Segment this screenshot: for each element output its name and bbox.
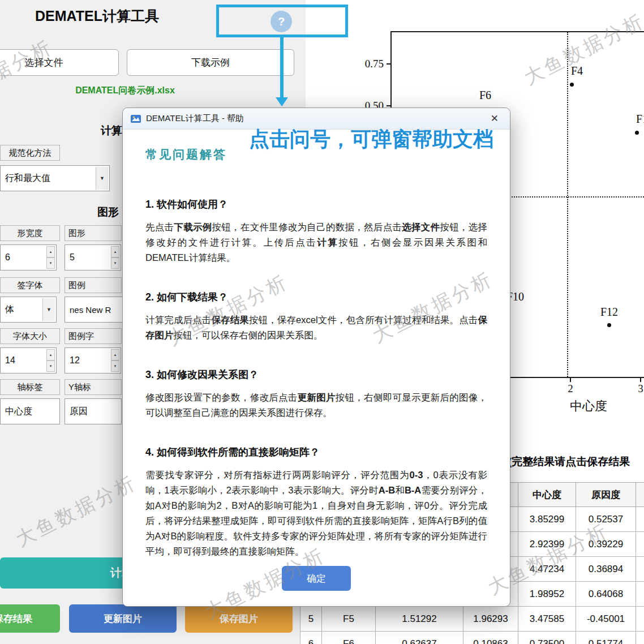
select-file-button[interactable]: 选择文件 bbox=[0, 49, 119, 76]
spinner-down-icon: ▼ bbox=[46, 257, 55, 269]
results-cell: 6 bbox=[300, 632, 322, 644]
faq-question: 1. 软件如何使用？ bbox=[145, 198, 487, 211]
point-label: F4 bbox=[571, 65, 583, 78]
faq-answer: 需要找专家评分，对所有指标进行两两影响评分，评分范围为0-3，0表示没有影响，1… bbox=[145, 467, 487, 559]
results-header-cell: 原因度 bbox=[576, 483, 636, 507]
figure-height-value: 5 bbox=[70, 252, 75, 263]
results-header-cell bbox=[636, 483, 644, 507]
legend-fontsize-value: 12 bbox=[70, 355, 80, 366]
ok-button[interactable]: 确定 bbox=[282, 566, 351, 591]
section-graph-settings: 图形 bbox=[97, 205, 119, 220]
figure-width-spinbox[interactable]: 6 ▲▼ bbox=[0, 244, 57, 271]
results-title: (完整结果请点击保存结果 bbox=[508, 454, 630, 469]
axis-tick bbox=[640, 378, 641, 382]
highlight-box bbox=[216, 5, 348, 37]
label-font-label: 签字体 bbox=[0, 277, 60, 293]
results-cell: 0.10863 bbox=[463, 632, 518, 644]
dropdown-arrow-icon[interactable]: ▼ bbox=[42, 298, 55, 321]
dialog-body: 常见问题解答 1. 软件如何使用？ 先点击下载示例按钮，在文件里修改为自己的数据… bbox=[123, 147, 510, 591]
normalize-method-label: 规范化方法 bbox=[0, 145, 60, 161]
results-cell: 4.47234 bbox=[518, 557, 576, 582]
annotation-text: 点击问号，可弹窗帮助文档 bbox=[249, 126, 493, 153]
normalize-method-value: 行和最大值 bbox=[5, 173, 50, 184]
update-image-button[interactable]: 更新图片 bbox=[69, 604, 177, 633]
legend-font-label: 图例 bbox=[65, 277, 122, 293]
data-point bbox=[607, 323, 611, 327]
results-cell: 2.92399 bbox=[518, 532, 576, 557]
data-point bbox=[570, 83, 574, 87]
x-tick-label: 3 bbox=[635, 383, 644, 395]
results-cell: 5 bbox=[300, 607, 322, 632]
download-example-button[interactable]: 下载示例 bbox=[127, 49, 294, 76]
results-cell: 3.47585 bbox=[518, 607, 576, 632]
results-cell: 0.51774 bbox=[576, 632, 636, 644]
faq-answer: 计算完成后点击保存结果按钮，保存excel文件，包含所有计算过程和结果。点击保存… bbox=[145, 312, 487, 343]
uploaded-filename: DEMATEL问卷示例.xlsx bbox=[54, 85, 196, 97]
results-cell: 0.73500 bbox=[518, 632, 576, 644]
x-axis-title: 中心度 bbox=[548, 398, 629, 415]
label-font-combobox[interactable]: 体 ▼ bbox=[0, 297, 57, 323]
results-cell: 1.51292 bbox=[376, 607, 463, 632]
spinner-down-icon: ▼ bbox=[111, 257, 119, 269]
faq-item: 2. 如何下载结果？ 计算完成后点击保存结果按钮，保存excel文件，包含所有计… bbox=[145, 290, 487, 343]
save-result-button[interactable]: 保存结果 bbox=[0, 604, 60, 633]
spinner[interactable]: ▲▼ bbox=[111, 246, 119, 269]
dropdown-arrow-icon[interactable]: ▼ bbox=[96, 167, 108, 190]
faq-answer: 修改图形设置下的参数，修改后点击更新图片按钮，右侧即可显示更新后的图像，可以调整… bbox=[145, 390, 487, 420]
y-axis-label-input[interactable]: 原因 bbox=[65, 398, 122, 424]
spinner-up-icon: ▲ bbox=[111, 246, 119, 257]
annotation-arrow-head-icon bbox=[276, 97, 288, 106]
figure-width-value: 6 bbox=[5, 252, 10, 263]
y-tick-label: 0.75 bbox=[358, 58, 384, 70]
figure-height-spinbox[interactable]: 5 ▲▼ bbox=[65, 244, 121, 271]
axis-tick bbox=[387, 105, 390, 106]
results-cell: 0.39229 bbox=[576, 532, 636, 557]
save-image-button[interactable]: 保存图片 bbox=[185, 604, 293, 633]
axis-tick bbox=[570, 378, 571, 382]
faq-question: 4. 如何得到软件所需的直接影响矩阵？ bbox=[145, 445, 487, 459]
results-cell: 0.36894 bbox=[576, 557, 636, 582]
normalize-method-combobox[interactable]: 行和最大值 ▼ bbox=[0, 165, 110, 191]
spinner-up-icon: ▲ bbox=[111, 349, 119, 360]
results-cell bbox=[636, 557, 644, 582]
legend-fontsize-spinbox[interactable]: 12 ▲▼ bbox=[65, 347, 121, 373]
x-axis-label-input[interactable]: 中心度 bbox=[0, 398, 60, 424]
x-axis-label-value: 中心度 bbox=[5, 406, 32, 418]
y-axis-label-value: 原因 bbox=[70, 406, 88, 418]
spinner[interactable]: ▲▼ bbox=[111, 349, 119, 372]
axis-tick bbox=[387, 63, 390, 65]
faq-question: 2. 如何下载结果？ bbox=[145, 290, 487, 304]
spinner[interactable]: ▲▼ bbox=[46, 246, 55, 269]
results-cell bbox=[636, 607, 644, 632]
app-logo-icon bbox=[131, 114, 141, 124]
annotation-arrow-line bbox=[280, 37, 284, 98]
results-cell bbox=[636, 582, 644, 607]
results-cell bbox=[636, 507, 644, 532]
x-tick-label: 2 bbox=[565, 383, 576, 395]
results-header-cell: 中心度 bbox=[518, 483, 576, 507]
results-cell bbox=[636, 632, 644, 644]
results-cell: 0.52537 bbox=[576, 507, 636, 532]
label-fontsize-spinbox[interactable]: 14 ▲▼ bbox=[0, 347, 57, 373]
results-cell: 1.98952 bbox=[518, 582, 576, 607]
spinner[interactable]: ▲▼ bbox=[46, 349, 55, 372]
results-cell: 1.96293 bbox=[463, 607, 518, 632]
results-cell bbox=[636, 532, 644, 557]
app-title: DEMATEL计算工具 bbox=[35, 7, 159, 25]
figure-height-label: 图形 bbox=[65, 225, 122, 241]
results-cell: F6 bbox=[322, 632, 376, 644]
data-point bbox=[635, 131, 639, 135]
faq-item: 3. 如何修改因果关系图？ 修改图形设置下的参数，修改后点击更新图片按钮，右侧即… bbox=[145, 368, 487, 420]
legend-fontsize-label: 图例字 bbox=[65, 328, 122, 344]
label-fontsize-value: 14 bbox=[5, 355, 15, 366]
table-row: 5F51.512921.962933.47585-0.45001 bbox=[300, 607, 644, 632]
faq-question: 3. 如何修改因果关系图？ bbox=[145, 368, 487, 381]
point-label: F12 bbox=[600, 306, 618, 319]
help-dialog: DEMATEL计算工具 - 帮助 ✕ 常见问题解答 1. 软件如何使用？ 先点击… bbox=[122, 108, 510, 607]
point-label: F6 bbox=[479, 89, 491, 102]
label-fontsize-label: 字体大小 bbox=[0, 328, 60, 344]
spinner-up-icon: ▲ bbox=[46, 246, 55, 257]
faq-item: 4. 如何得到软件所需的直接影响矩阵？ 需要找专家评分，对所有指标进行两两影响评… bbox=[145, 445, 487, 559]
faq-answer: 先点击下载示例按钮，在文件里修改为自己的数据，然后点击选择文件按钮，选择修改好的… bbox=[145, 220, 487, 265]
close-icon[interactable]: ✕ bbox=[487, 113, 502, 124]
